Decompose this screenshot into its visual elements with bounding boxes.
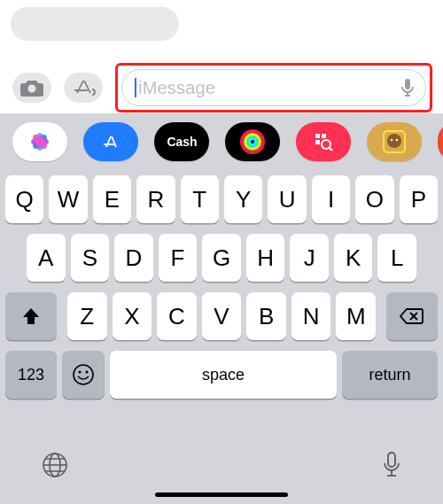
app-store-a-icon bbox=[71, 79, 96, 97]
key-f[interactable]: F bbox=[159, 234, 198, 282]
key-c[interactable]: C bbox=[157, 292, 197, 340]
svg-point-14 bbox=[249, 138, 256, 145]
imessage-app-strip[interactable]: Cash bbox=[0, 113, 443, 168]
key-r[interactable]: R bbox=[136, 175, 175, 223]
key-u[interactable]: U bbox=[268, 175, 306, 223]
incoming-message-bubble bbox=[11, 7, 179, 41]
key-h[interactable]: H bbox=[246, 234, 285, 282]
keyboard: Cash bbox=[0, 113, 443, 504]
key-y[interactable]: Y bbox=[224, 175, 262, 223]
svg-rect-17 bbox=[315, 140, 320, 144]
message-input[interactable]: iMessage bbox=[121, 69, 426, 106]
camera-icon bbox=[20, 79, 43, 97]
app-photos[interactable] bbox=[12, 122, 67, 161]
svg-point-22 bbox=[391, 139, 393, 142]
key-q[interactable]: Q bbox=[5, 175, 43, 223]
keyboard-bottom-bar bbox=[0, 442, 443, 504]
app-memoji-2[interactable]: 😍 bbox=[438, 122, 443, 161]
key-p[interactable]: P bbox=[400, 175, 438, 223]
home-indicator[interactable] bbox=[155, 492, 288, 497]
dictate-in-field-button[interactable] bbox=[400, 78, 415, 97]
key-k[interactable]: K bbox=[334, 234, 373, 282]
microphone-icon bbox=[400, 78, 415, 97]
key-n[interactable]: N bbox=[291, 292, 331, 340]
key-v[interactable]: V bbox=[202, 292, 242, 340]
photos-icon bbox=[27, 129, 52, 154]
camera-button[interactable] bbox=[12, 73, 51, 103]
numbers-key[interactable]: 123 bbox=[5, 351, 57, 399]
key-x[interactable]: X bbox=[113, 292, 152, 340]
svg-rect-16 bbox=[322, 134, 326, 138]
svg-point-0 bbox=[28, 85, 36, 93]
app-store-icon bbox=[99, 130, 122, 153]
memoji-icon bbox=[380, 128, 408, 156]
activity-rings-icon bbox=[239, 128, 266, 155]
app-applecash[interactable]: Cash bbox=[154, 122, 209, 161]
svg-point-28 bbox=[86, 371, 89, 374]
app-applecash-label: Cash bbox=[166, 135, 197, 149]
app-memoji-1[interactable] bbox=[367, 122, 422, 161]
key-o[interactable]: O bbox=[355, 175, 393, 223]
composer-row: iMessage bbox=[0, 62, 443, 113]
app-findmore[interactable] bbox=[296, 122, 351, 161]
key-z[interactable]: Z bbox=[67, 292, 107, 340]
shift-up-icon bbox=[21, 306, 41, 326]
shift-key[interactable] bbox=[5, 292, 57, 340]
key-m[interactable]: M bbox=[336, 292, 376, 340]
delete-key[interactable] bbox=[386, 292, 438, 340]
dictation-key[interactable] bbox=[381, 451, 402, 479]
key-l[interactable]: L bbox=[377, 234, 416, 282]
app-appstore[interactable] bbox=[83, 122, 138, 161]
key-t[interactable]: T bbox=[181, 175, 219, 223]
svg-point-27 bbox=[79, 371, 82, 374]
key-i[interactable]: I bbox=[312, 175, 350, 223]
conversation-area bbox=[0, 0, 443, 62]
microphone-icon bbox=[381, 451, 402, 479]
key-row-3: ZXCVBNM bbox=[5, 292, 438, 340]
key-row-2: ASDFGHJKL bbox=[5, 234, 438, 282]
keyboard-keys: QWERTYUIOP ASDFGHJKL ZXCVBNM 123 bbox=[0, 168, 443, 442]
key-row-4: 123 space return bbox=[5, 351, 438, 399]
key-j[interactable]: J bbox=[290, 234, 329, 282]
message-placeholder: iMessage bbox=[138, 78, 400, 98]
space-key[interactable]: space bbox=[110, 351, 337, 399]
imessage-apps-button[interactable] bbox=[64, 73, 103, 103]
search-grid-icon bbox=[313, 131, 334, 152]
text-caret bbox=[135, 78, 136, 97]
key-e[interactable]: E bbox=[93, 175, 131, 223]
key-w[interactable]: W bbox=[49, 175, 87, 223]
emoji-smile-icon bbox=[72, 363, 95, 386]
svg-rect-32 bbox=[388, 453, 395, 467]
svg-point-23 bbox=[396, 139, 399, 142]
key-g[interactable]: G bbox=[202, 234, 241, 282]
globe-icon bbox=[41, 451, 69, 479]
key-s[interactable]: S bbox=[71, 234, 110, 282]
emoji-key[interactable] bbox=[62, 351, 105, 399]
svg-rect-1 bbox=[405, 79, 410, 89]
app-activity[interactable] bbox=[225, 122, 280, 161]
svg-rect-15 bbox=[315, 134, 320, 138]
key-row-1: QWERTYUIOP bbox=[5, 175, 438, 223]
key-b[interactable]: B bbox=[246, 292, 286, 340]
svg-point-26 bbox=[74, 365, 93, 384]
globe-key[interactable] bbox=[41, 451, 69, 479]
svg-point-21 bbox=[387, 134, 401, 148]
svg-line-19 bbox=[330, 148, 333, 151]
backspace-icon bbox=[400, 307, 424, 325]
return-key[interactable]: return bbox=[342, 351, 438, 399]
key-a[interactable]: A bbox=[27, 234, 66, 282]
annotation-highlight: iMessage bbox=[115, 63, 432, 112]
key-d[interactable]: D bbox=[114, 234, 153, 282]
